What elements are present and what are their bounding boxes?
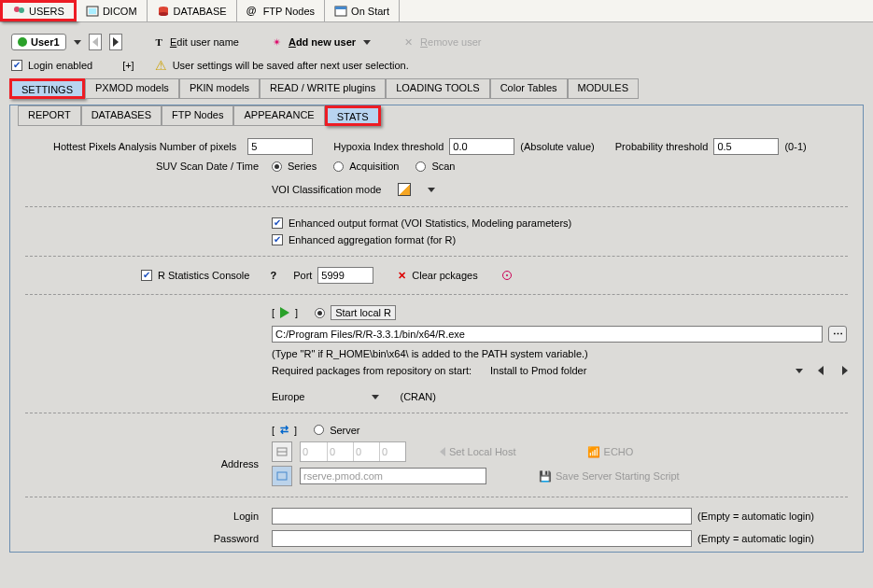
- tab-pxmod-models[interactable]: PXMOD models: [85, 78, 179, 99]
- tab-appearance[interactable]: APPEARANCE: [233, 105, 324, 126]
- hostname-input[interactable]: [300, 468, 486, 484]
- probability-threshold-input[interactable]: [713, 138, 779, 155]
- prev-user-button[interactable]: [89, 34, 102, 50]
- suv-acquisition-radio[interactable]: [333, 161, 344, 172]
- svg-rect-8: [335, 7, 346, 9]
- echo-button[interactable]: 📶 ECHO: [587, 446, 634, 458]
- ip-octet-2[interactable]: [353, 442, 379, 461]
- tab-dicom[interactable]: DICOM: [77, 0, 148, 21]
- enhanced-output-checkbox[interactable]: [272, 217, 283, 229]
- voi-mode-swatch-icon[interactable]: [398, 183, 411, 196]
- tab-ftp-label: FTP Nodes: [263, 6, 315, 17]
- suv-scan-label: Scan: [431, 161, 455, 172]
- r-console-checkbox[interactable]: [141, 270, 152, 281]
- bracket2-r: ]: [294, 425, 297, 436]
- bracket2-l: [: [272, 425, 275, 436]
- tab-settings[interactable]: SETTINGS: [9, 78, 85, 99]
- ip-octet-0[interactable]: [301, 442, 327, 461]
- tab-modules[interactable]: MODULES: [568, 78, 639, 99]
- add-user-dropdown-icon[interactable]: [363, 40, 371, 45]
- warning-icon: ⚠: [155, 58, 167, 73]
- suv-series-radio[interactable]: [272, 161, 282, 172]
- tab-report[interactable]: REPORT: [18, 105, 81, 126]
- svg-rect-11: [277, 472, 287, 480]
- chevron-left-icon: [440, 447, 445, 456]
- probability-label: Probability threshold: [615, 141, 709, 152]
- tab-on-start[interactable]: On Start: [325, 0, 400, 21]
- server-label: Server: [330, 425, 359, 436]
- hottest-pixels-label: Hottest Pixels Analysis Number of pixels: [25, 141, 242, 152]
- start-local-r-button[interactable]: Start local R: [331, 305, 396, 320]
- cran-note: (CRAN): [400, 391, 436, 402]
- status-dot-icon: [18, 37, 27, 47]
- suv-series-label: Series: [288, 161, 317, 172]
- login-input[interactable]: [272, 508, 692, 525]
- add-new-user-button[interactable]: Add new user: [289, 36, 356, 48]
- tab-databases[interactable]: DATABASES: [81, 105, 162, 126]
- hypoxia-threshold-input[interactable]: [449, 138, 514, 155]
- browse-button[interactable]: ⋯: [828, 326, 847, 343]
- port-input[interactable]: [317, 267, 373, 284]
- clear-packages-button[interactable]: Clear pckages: [412, 270, 477, 281]
- login-enabled-checkbox[interactable]: [11, 60, 22, 71]
- tab-users[interactable]: USERS: [0, 0, 77, 21]
- target-icon[interactable]: [502, 271, 512, 280]
- tab-database[interactable]: DATABASE: [148, 0, 237, 21]
- tab-color-tables[interactable]: Color Tables: [490, 78, 568, 99]
- tab-loading-tools[interactable]: LOADING TOOLS: [386, 78, 489, 99]
- svg-rect-3: [89, 8, 96, 14]
- tab-stats[interactable]: STATS: [325, 105, 381, 126]
- cran-region-combo[interactable]: Europe: [272, 391, 304, 402]
- address-label: Address: [25, 441, 266, 469]
- r-console-label: R Statistics Console: [158, 270, 249, 281]
- tab-ftp-nodes[interactable]: @ FTP Nodes: [237, 0, 325, 21]
- enhanced-output-label: Enhanced output format (VOI Statistics, …: [289, 217, 571, 229]
- login-label: Login: [25, 511, 266, 522]
- save-icon: 💾: [539, 470, 552, 483]
- at-icon: @: [246, 5, 260, 18]
- hostname-mode-button[interactable]: [272, 466, 292, 486]
- edit-user-name-button[interactable]: EEdit user namedit user name: [170, 36, 239, 48]
- svg-point-1: [19, 7, 24, 13]
- expand-icon[interactable]: [+]: [122, 60, 134, 71]
- link-icon[interactable]: ⇄: [280, 424, 289, 436]
- ip-octet-1[interactable]: [327, 442, 353, 461]
- ip-mode-button[interactable]: [272, 441, 292, 462]
- cran-region-dropdown-icon[interactable]: [372, 395, 379, 399]
- next-user-button[interactable]: [109, 34, 122, 50]
- remove-user-button: Remove user: [420, 36, 481, 48]
- ip-octet-3[interactable]: [379, 442, 405, 461]
- install-target-combo[interactable]: Install to Pmod folder: [490, 365, 586, 376]
- tab-ftp-nodes-inner[interactable]: FTP Nodes: [162, 105, 233, 126]
- database-icon: [157, 5, 170, 18]
- tab-read-write-plugins[interactable]: READ / WRITE plugins: [260, 78, 386, 99]
- r-path-hint: (Type "R" if R_HOME\bin\x64\ is added to…: [272, 348, 588, 359]
- password-input[interactable]: [272, 530, 692, 547]
- server-radio[interactable]: [314, 425, 324, 435]
- tab-pkin-models[interactable]: PKIN models: [179, 78, 260, 99]
- ip-address-input[interactable]: [300, 441, 406, 462]
- suv-scan-radio[interactable]: [415, 161, 426, 172]
- svg-point-0: [14, 7, 20, 12]
- enhanced-aggregation-checkbox[interactable]: [272, 234, 283, 245]
- tab-users-label: USERS: [29, 6, 64, 17]
- next-nav-icon[interactable]: [842, 366, 848, 375]
- install-target-dropdown-icon[interactable]: [796, 369, 803, 373]
- broadcast-icon: 📶: [587, 446, 600, 458]
- voi-mode-label: VOI Classification mode: [272, 184, 381, 195]
- r-path-input[interactable]: [272, 326, 823, 343]
- password-hint: (Empty = automatic login): [697, 533, 814, 544]
- help-icon[interactable]: ?: [270, 270, 276, 281]
- voi-mode-dropdown-icon[interactable]: [428, 188, 435, 192]
- user-combo[interactable]: User1: [11, 34, 66, 50]
- save-server-script-button[interactable]: 💾 Save Server Starting Script: [539, 470, 680, 483]
- hypoxia-note: (Absolute value): [520, 141, 595, 152]
- start-local-r-radio[interactable]: [315, 308, 325, 318]
- hottest-pixels-input[interactable]: [247, 138, 313, 155]
- clear-x-icon[interactable]: ✕: [398, 270, 406, 282]
- set-local-host-button[interactable]: Set Local Host: [440, 446, 516, 457]
- prev-nav-icon[interactable]: [818, 366, 824, 375]
- svg-point-6: [159, 12, 168, 16]
- play-icon[interactable]: [280, 307, 289, 318]
- user-combo-dropdown-icon[interactable]: [74, 40, 81, 45]
